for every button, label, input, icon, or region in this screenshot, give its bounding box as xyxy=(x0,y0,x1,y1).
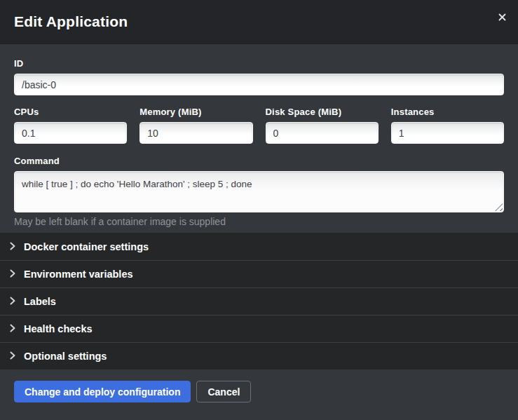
disk-label: Disk Space (MiB) xyxy=(266,107,379,117)
close-button[interactable] xyxy=(495,11,509,25)
app-form: ID CPUs Memory (MiB) Disk Space (MiB) In… xyxy=(0,44,518,233)
chevron-right-icon xyxy=(10,295,15,308)
settings-accordion: Docker container settings Environment va… xyxy=(0,233,518,370)
section-label: Health checks xyxy=(24,323,93,334)
cancel-button[interactable]: Cancel xyxy=(196,381,251,402)
chevron-right-icon xyxy=(10,241,15,253)
section-label: Labels xyxy=(24,296,56,307)
section-docker-container-settings[interactable]: Docker container settings xyxy=(0,233,518,260)
cpus-label: CPUs xyxy=(14,107,127,117)
change-and-deploy-button[interactable]: Change and deploy configuration xyxy=(14,381,191,402)
section-labels[interactable]: Labels xyxy=(0,287,518,315)
chevron-right-icon xyxy=(10,323,15,335)
instances-field-group: Instances xyxy=(391,107,504,144)
cpus-field-group: CPUs xyxy=(14,107,127,144)
close-icon xyxy=(498,13,506,23)
command-help-text: May be left blank if a container image i… xyxy=(14,216,504,227)
disk-field-group: Disk Space (MiB) xyxy=(266,107,379,144)
id-label: ID xyxy=(14,58,504,69)
memory-input[interactable] xyxy=(139,122,252,144)
modal-footer: Change and deploy configuration Cancel xyxy=(0,370,518,420)
resources-row: CPUs Memory (MiB) Disk Space (MiB) Insta… xyxy=(14,107,504,144)
memory-field-group: Memory (MiB) xyxy=(139,107,252,144)
chevron-right-icon xyxy=(10,268,15,280)
edit-application-modal: Edit Application ID CPUs Memory (MiB) xyxy=(0,0,518,420)
command-field-group: Command while [ true ] ; do echo 'Hello … xyxy=(14,156,504,227)
command-textarea[interactable]: while [ true ] ; do echo 'Hello Marathon… xyxy=(14,171,504,212)
instances-label: Instances xyxy=(391,107,504,117)
section-environment-variables[interactable]: Environment variables xyxy=(0,260,518,287)
modal-header: Edit Application xyxy=(0,0,518,44)
id-input[interactable] xyxy=(14,74,504,95)
section-label: Optional settings xyxy=(24,351,107,362)
chevron-right-icon xyxy=(10,350,15,363)
section-label: Environment variables xyxy=(24,269,133,280)
section-optional-settings[interactable]: Optional settings xyxy=(0,342,518,370)
cpus-input[interactable] xyxy=(14,122,127,144)
section-label: Docker container settings xyxy=(24,241,149,252)
command-textarea-wrap: while [ true ] ; do echo 'Hello Marathon… xyxy=(14,171,504,212)
section-health-checks[interactable]: Health checks xyxy=(0,315,518,342)
modal-title: Edit Application xyxy=(14,13,128,30)
id-field-group: ID xyxy=(14,58,504,95)
memory-label: Memory (MiB) xyxy=(139,107,252,117)
disk-input[interactable] xyxy=(266,122,379,144)
instances-input[interactable] xyxy=(391,122,504,144)
command-label: Command xyxy=(14,156,504,166)
